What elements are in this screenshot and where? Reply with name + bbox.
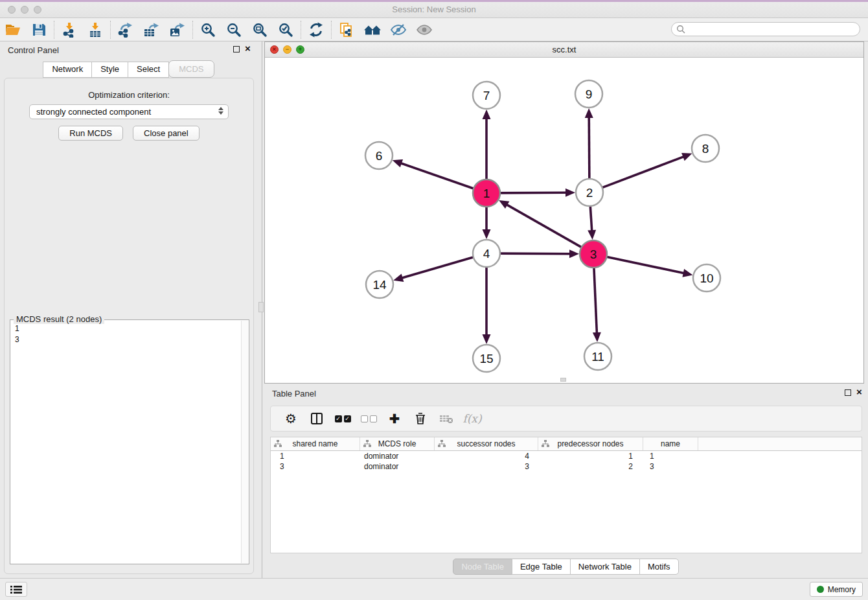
optimization-criterion-select[interactable]: strongly connected component: [29, 104, 229, 119]
edge-3-1[interactable]: [506, 204, 584, 248]
node-label: 1: [483, 187, 490, 200]
canvas-resize-grip[interactable]: [560, 378, 566, 382]
cell-predecessor-nodes[interactable]: 2: [538, 461, 643, 472]
edge-1-2[interactable]: [498, 192, 567, 193]
tab-mcds[interactable]: MCDS: [168, 60, 214, 78]
window-titlebar[interactable]: Session: New Session: [0, 0, 868, 18]
cell-MCDS-role[interactable]: dominator: [360, 451, 435, 461]
zoom-in-icon: [200, 22, 216, 38]
close-table-panel-icon[interactable]: ×: [856, 387, 862, 397]
zoom-selected-button[interactable]: [273, 19, 299, 40]
add-column-button[interactable]: ✚: [385, 409, 404, 428]
splitter-grip-icon[interactable]: [258, 302, 264, 312]
node-label: 6: [376, 149, 383, 163]
clone-network-button[interactable]: [334, 19, 360, 40]
delete-table-icon: [439, 412, 453, 425]
toolbar-separator: [54, 21, 54, 39]
export-image-button[interactable]: [165, 19, 190, 40]
column-header-successor-nodes[interactable]: successor nodes: [435, 437, 538, 450]
cell-name[interactable]: 1: [643, 451, 698, 461]
arrowhead-icon: [483, 110, 491, 119]
tab-network-table[interactable]: Network Table: [570, 559, 640, 575]
function-builder-button: f(x): [463, 409, 482, 428]
zoom-fit-button[interactable]: [247, 19, 273, 40]
panel-splitter[interactable]: [258, 41, 264, 578]
close-panel-icon[interactable]: ×: [245, 43, 251, 54]
neighborhood-button[interactable]: [360, 19, 385, 40]
tab-motifs[interactable]: Motifs: [639, 559, 679, 575]
column-label: predecessor nodes: [557, 439, 623, 448]
result-item[interactable]: 3: [15, 334, 241, 345]
memory-button[interactable]: Memory: [810, 582, 863, 597]
tab-edge-table[interactable]: Edge Table: [512, 559, 571, 575]
close-panel-button[interactable]: Close panel: [133, 126, 200, 141]
task-history-button[interactable]: [5, 582, 27, 597]
export-network-button[interactable]: [113, 19, 139, 40]
import-network-button[interactable]: [56, 19, 82, 40]
table-row[interactable]: 3dominator323: [271, 461, 862, 472]
refresh-layout-button[interactable]: [303, 19, 329, 40]
edge-2-9[interactable]: [589, 116, 589, 181]
edge-3-11[interactable]: [594, 266, 597, 334]
edge-2-8[interactable]: [600, 156, 685, 189]
cell-predecessor-nodes[interactable]: 1: [538, 451, 643, 461]
column-label: MCDS role: [378, 439, 417, 448]
column-settings-button[interactable]: ⚙: [281, 409, 301, 428]
column-header-shared-name[interactable]: shared name: [271, 437, 360, 450]
zoom-out-button[interactable]: [221, 19, 247, 40]
tab-style[interactable]: Style: [91, 62, 128, 78]
column-header-MCDS-role[interactable]: MCDS role: [360, 437, 435, 450]
result-item[interactable]: 1: [15, 323, 241, 334]
tab-select[interactable]: Select: [128, 62, 169, 78]
network-window-titlebar[interactable]: × − + scc.txt: [265, 42, 863, 58]
column-header-name[interactable]: name: [643, 437, 698, 450]
network-canvas-svg[interactable]: 7968124314101511: [265, 58, 863, 383]
control-panel-header: Control Panel ×: [0, 41, 258, 58]
arrowhead-icon: [565, 189, 575, 197]
search-input[interactable]: [685, 23, 860, 35]
column-label: successor nodes: [457, 439, 515, 448]
edge-1-6[interactable]: [400, 163, 475, 189]
zoom-in-button[interactable]: [195, 19, 221, 40]
run-mcds-button[interactable]: Run MCDS: [58, 126, 123, 141]
delete-column-button[interactable]: [411, 409, 430, 428]
import-table-button[interactable]: [82, 19, 108, 40]
result-scrollbar[interactable]: [241, 321, 248, 563]
edge-3-10[interactable]: [605, 257, 685, 273]
optimization-criterion-label: Optimization criterion:: [5, 90, 253, 100]
float-panel-icon[interactable]: [233, 46, 240, 52]
cell-successor-nodes[interactable]: 4: [435, 451, 538, 461]
tab-network[interactable]: Network: [43, 62, 92, 78]
panel-mode-button[interactable]: [307, 409, 326, 428]
node-table-header: shared nameMCDS rolesuccessor nodesprede…: [271, 437, 862, 451]
table-row[interactable]: 1dominator411: [271, 451, 862, 461]
edge-4-14[interactable]: [401, 257, 475, 278]
cell-shared-name[interactable]: 1: [271, 451, 360, 461]
cell-MCDS-role[interactable]: dominator: [360, 461, 435, 472]
cell-shared-name[interactable]: 3: [271, 461, 360, 472]
float-table-panel-icon[interactable]: [845, 389, 851, 396]
table-panel-title: Table Panel: [272, 389, 316, 398]
cell-successor-nodes[interactable]: 3: [435, 461, 538, 472]
export-table-button[interactable]: [139, 19, 165, 40]
sort-hierarchy-icon: [542, 440, 549, 450]
show-elements-button[interactable]: [411, 19, 437, 40]
save-session-button[interactable]: [26, 19, 52, 40]
toolbar-separator: [192, 21, 193, 39]
select-all-columns-button[interactable]: ✓✓: [333, 409, 352, 428]
arrowhead-icon: [593, 332, 601, 342]
sort-hierarchy-icon: [274, 440, 282, 450]
open-file-button[interactable]: [0, 19, 26, 40]
tab-node-table[interactable]: Node Table: [453, 559, 512, 575]
cell-name[interactable]: 3: [643, 461, 698, 472]
hide-elements-button[interactable]: [385, 19, 411, 40]
arrowhead-icon: [585, 108, 593, 118]
column-header-predecessor-nodes[interactable]: predecessor nodes: [538, 437, 643, 450]
edge-2-3[interactable]: [590, 204, 592, 232]
mcds-result-list[interactable]: 13: [11, 322, 241, 563]
network-canvas[interactable]: 7968124314101511: [265, 58, 863, 383]
search-box: [671, 22, 860, 36]
edge-4-3[interactable]: [498, 253, 571, 254]
unselect-all-columns-button[interactable]: [359, 409, 378, 428]
table-panel-tabs: Node TableEdge TableNetwork TableMotifs: [264, 559, 868, 575]
